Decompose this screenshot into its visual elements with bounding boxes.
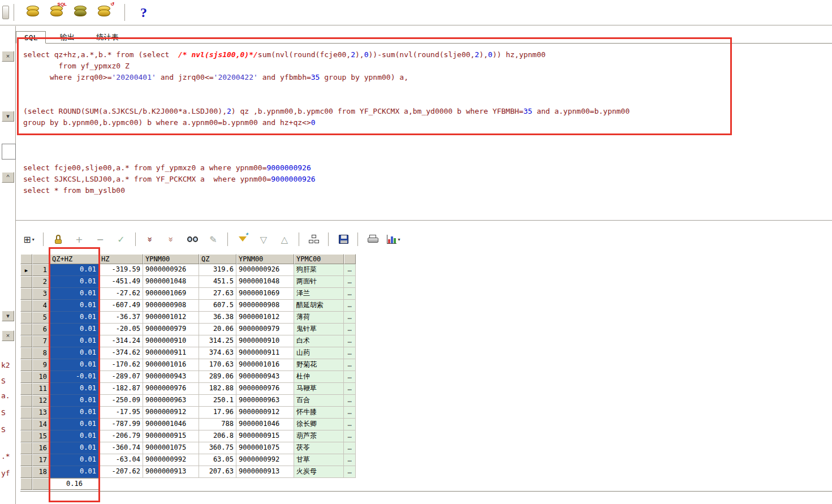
- cell[interactable]: [20, 324, 32, 335]
- table-row[interactable]: 90.01-170.629000001016170.639000001016野菊…: [20, 359, 356, 371]
- column-header-qz-hz[interactable]: QZ+HZ: [50, 254, 99, 264]
- cell[interactable]: [20, 288, 32, 300]
- table-row[interactable]: 130.01-17.95900000091217.969000000912怀牛膝…: [20, 407, 356, 419]
- cell[interactable]: -17.95: [99, 407, 143, 419]
- cell[interactable]: 葫芦茶: [294, 430, 344, 442]
- cell[interactable]: 怀牛膝: [294, 407, 344, 419]
- table-row[interactable]: 120.01-250.099000000963250.19000000963百合…: [20, 395, 356, 407]
- cell[interactable]: 鬼针草: [294, 324, 344, 335]
- cell[interactable]: 18: [32, 466, 50, 478]
- cell[interactable]: 0.01: [50, 288, 99, 300]
- chart-icon[interactable]: ▾: [385, 231, 402, 247]
- scroll-up-button[interactable]: ^: [2, 172, 14, 183]
- cell[interactable]: 0.01: [50, 466, 99, 478]
- cell[interactable]: 0.01: [50, 442, 99, 454]
- cell[interactable]: 马鞭草: [294, 383, 344, 395]
- cell[interactable]: 788: [199, 419, 236, 430]
- cell[interactable]: 0.01: [50, 419, 99, 430]
- column-header-ypmc00[interactable]: YPMC00: [294, 254, 344, 264]
- cell[interactable]: 360.75: [199, 442, 236, 454]
- table-row[interactable]: 150.01-206.799000000915206.89000000915葫芦…: [20, 430, 356, 442]
- cell[interactable]: 9000000979: [236, 324, 294, 335]
- cell[interactable]: -36.37: [99, 312, 143, 324]
- column-header-hz[interactable]: HZ: [99, 254, 143, 264]
- cell[interactable]: -206.79: [99, 430, 143, 442]
- cell[interactable]: …: [344, 454, 356, 466]
- cell[interactable]: 9000000963: [236, 395, 294, 407]
- cell[interactable]: 9000001048: [236, 276, 294, 288]
- cell[interactable]: -451.49: [99, 276, 143, 288]
- cell[interactable]: 徐长卿: [294, 419, 344, 430]
- cell[interactable]: 杜仲: [294, 371, 344, 383]
- cell[interactable]: 9000000911: [236, 347, 294, 359]
- cell[interactable]: 607.5: [199, 300, 236, 312]
- dropdown-button-2[interactable]: ▾: [2, 311, 14, 321]
- cell[interactable]: …: [344, 288, 356, 300]
- tab-statistics[interactable]: 统计表: [88, 31, 126, 44]
- clear-icon[interactable]: ✎: [205, 231, 222, 247]
- sort-asc-icon[interactable]: △: [276, 231, 293, 247]
- cell[interactable]: 0.01: [50, 264, 99, 276]
- cell[interactable]: 8: [32, 347, 50, 359]
- cell[interactable]: -319.59: [99, 264, 143, 276]
- table-row[interactable]: 50.01-36.37900000101236.389000001012薄荷…: [20, 312, 356, 324]
- table-row[interactable]: 160.01-360.749000001075360.759000001075茯…: [20, 442, 356, 454]
- save-icon[interactable]: [335, 231, 352, 247]
- cell[interactable]: 火炭母: [294, 466, 344, 478]
- tab-output[interactable]: 输出: [52, 31, 83, 44]
- cell[interactable]: 甘草: [294, 454, 344, 466]
- cell[interactable]: 两面针: [294, 276, 344, 288]
- table-row[interactable]: 10-0.01-289.079000000943289.069000000943…: [20, 371, 356, 383]
- cell[interactable]: 0.01: [50, 383, 99, 395]
- cell[interactable]: …: [344, 442, 356, 454]
- cell[interactable]: 9000001046: [143, 419, 199, 430]
- table-row[interactable]: 80.01-374.629000000911374.639000000911山药…: [20, 347, 356, 359]
- column-header-ypnm00-a[interactable]: YPNM00: [143, 254, 199, 264]
- cell[interactable]: [20, 312, 32, 324]
- cell[interactable]: -607.49: [99, 300, 143, 312]
- cell[interactable]: 4: [32, 300, 50, 312]
- cell[interactable]: -250.09: [99, 395, 143, 407]
- cell[interactable]: …: [344, 276, 356, 288]
- cell[interactable]: 0.01: [50, 395, 99, 407]
- cell[interactable]: 9000001069: [143, 288, 199, 300]
- cell[interactable]: 206.8: [199, 430, 236, 442]
- close-panel-button[interactable]: ×: [2, 51, 14, 62]
- cell[interactable]: 9000000913: [143, 466, 199, 478]
- table-row[interactable]: 60.01-20.05900000097920.069000000979鬼针草…: [20, 324, 356, 335]
- table-row[interactable]: 20.01-451.499000001048451.59000001048两面针…: [20, 276, 356, 288]
- cell[interactable]: …: [344, 466, 356, 478]
- cell[interactable]: 9000001069: [236, 288, 294, 300]
- cell[interactable]: …: [344, 312, 356, 324]
- cell[interactable]: …: [344, 264, 356, 276]
- cell[interactable]: 9000000963: [143, 395, 199, 407]
- cell[interactable]: 9000001012: [236, 312, 294, 324]
- cell[interactable]: 9000001016: [236, 359, 294, 371]
- cell[interactable]: 170.63: [199, 359, 236, 371]
- cell[interactable]: [20, 335, 32, 347]
- cell[interactable]: …: [344, 383, 356, 395]
- cell[interactable]: 山药: [294, 347, 344, 359]
- cell[interactable]: 182.88: [199, 383, 236, 395]
- cell[interactable]: 9000001016: [143, 359, 199, 371]
- cell[interactable]: 0.01: [50, 276, 99, 288]
- cell[interactable]: 9000000943: [236, 371, 294, 383]
- table-row[interactable]: 110.01-182.879000000976182.889000000976马…: [20, 383, 356, 395]
- cell[interactable]: -787.99: [99, 419, 143, 430]
- cell[interactable]: 7: [32, 335, 50, 347]
- cell[interactable]: 207.63: [199, 466, 236, 478]
- cell[interactable]: …: [344, 300, 356, 312]
- table-row[interactable]: 40.01-607.499000000908607.59000000908醋延胡…: [20, 300, 356, 312]
- fetch-last-page-icon[interactable]: »: [163, 231, 180, 247]
- cell[interactable]: [20, 276, 32, 288]
- cell[interactable]: 0.01: [50, 335, 99, 347]
- cell[interactable]: 9000001075: [143, 442, 199, 454]
- cell[interactable]: 0.01: [50, 312, 99, 324]
- cell[interactable]: -374.62: [99, 347, 143, 359]
- sql-editor[interactable]: select qz+hz,a.*,b.* from (select /* nvl…: [16, 44, 832, 220]
- cell[interactable]: 36.38: [199, 312, 236, 324]
- cell[interactable]: 0.01: [50, 347, 99, 359]
- find-icon[interactable]: [184, 231, 201, 247]
- cell[interactable]: [20, 430, 32, 442]
- cell[interactable]: ▶: [20, 264, 32, 276]
